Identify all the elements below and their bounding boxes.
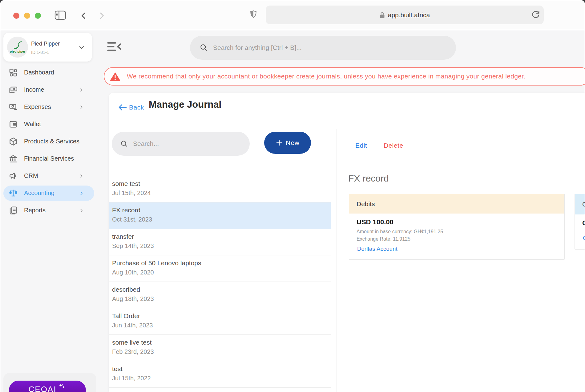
journal-item-title: described [112,286,331,293]
journal-item-date: Sep 14th, 2023 [112,242,331,250]
journal-item-title: some live test [112,339,331,346]
sidebar-item-label: Accounting [24,190,54,197]
minimize-window-button[interactable] [24,13,30,19]
journal-item-date: Jul 15th, 2024 [112,190,331,197]
journal-list-item[interactable]: some live test Feb 23rd, 2023 [109,335,331,361]
global-search[interactable] [190,36,456,60]
browser-chrome: app.built.africa [0,0,585,30]
sidebar-item-reports[interactable]: Reports [0,202,96,219]
journal-list-item[interactable]: transfer Sep 14th, 2023 [109,229,331,255]
sidebar-item-label: Expenses [24,103,51,110]
workspace-id: ID:1-81-1 [31,50,49,55]
journal-item-title: some test [112,180,331,187]
debit-base-amount: Amount in base currency: GH¢1,191.25 [357,229,557,234]
expenses-icon [9,102,18,113]
maximize-window-button[interactable] [35,13,41,19]
journal-list-item[interactable]: described Aug 18th, 2023 [109,282,331,308]
chevron-right-icon [79,191,84,196]
sidebar-item-label: Financial Services [24,155,74,162]
debit-exchange-rate: Exchange Rate: 11.9125 [357,236,557,242]
search-icon [120,140,128,148]
wallet-icon [9,120,18,130]
journal-item-date: Aug 10th, 2020 [112,269,331,276]
journal-item-title: Tall Order [112,312,331,320]
arrow-left-icon [118,104,127,111]
back-label: Back [129,104,144,111]
delete-button[interactable]: Delete [384,142,403,149]
workspace-avatar: pied piper [7,37,28,58]
journal-item-date: Jul 15th, 2022 [112,375,331,382]
page-title: Manage Journal [149,99,221,110]
ceoai-label: CEOAI [29,385,57,392]
new-journal-button[interactable]: New [264,132,311,154]
plus-icon [276,139,283,146]
reload-icon[interactable] [531,10,541,20]
sidebar-item-dashboard[interactable]: Dashboard [0,64,96,81]
dashboard-icon [9,68,18,78]
sidebar-nav: Dashboard Income Expenses Wallet Product [0,64,96,219]
journal-search-input[interactable] [132,140,250,148]
products-icon [9,137,18,147]
url-bar[interactable]: app.built.africa [266,6,544,24]
chevron-right-icon [79,208,84,213]
debit-amount: USD 100.00 [357,218,557,226]
credit-account-link[interactable]: C [583,235,585,242]
chevron-right-icon [79,105,84,110]
journal-list-item[interactable]: Purchase of 50 Lenovo laptops Aug 10th, … [109,255,331,282]
sidebar-item-products-services[interactable]: Products & Services [0,133,96,150]
journal-item-date: Feb 23rd, 2023 [112,348,331,355]
credit-amount: G [582,219,585,227]
sidebar-item-wallet[interactable]: Wallet [0,116,96,133]
global-search-input[interactable] [212,44,456,52]
manage-journal-panel: Back Manage Journal New some test Jul 15… [109,93,585,392]
income-icon [9,85,18,96]
back-icon[interactable] [80,12,88,20]
debits-card: Debits USD 100.00 Amount in base currenc… [349,194,565,260]
journal-item-title: transfer [112,233,331,240]
column-divider [337,129,337,392]
pied-piper-logo-icon [12,41,23,50]
sidebar-item-label: CRM [24,172,38,179]
sidebar-item-accounting[interactable]: Accounting [0,185,96,202]
record-title: FX record [348,173,389,184]
journal-search[interactable] [112,132,250,156]
journal-item-date: Oct 31st, 2023 [112,216,331,223]
sidebar-item-income[interactable]: Income [0,81,96,98]
sidebar-toggle-icon[interactable] [54,10,66,20]
sparkles-icon [58,383,66,391]
lock-icon [380,12,385,18]
journal-item-date: Aug 18th, 2023 [112,295,331,302]
chevron-right-icon [79,174,84,178]
sidebar-item-label: Dashboard [24,69,54,76]
journal-list-item[interactable]: Tall Order Jun 14th, 2023 [109,308,331,335]
sidebar-item-financial-services[interactable]: Financial Services [0,150,96,167]
sidebar-item-expenses[interactable]: Expenses [0,98,96,116]
journal-list-item[interactable]: some test Jul 15th, 2024 [109,176,331,202]
chevron-right-icon [79,88,84,92]
close-window-button[interactable] [13,13,19,19]
privacy-shield-icon[interactable] [249,10,258,20]
workspace-name: Pied Pipper [31,41,60,47]
journal-list-item[interactable]: test Jul 15th, 2022 [109,361,331,388]
ceoai-button[interactable]: CEOAI [9,381,86,392]
journal-item-title: test [112,365,331,373]
workspace-switcher[interactable]: pied piper Pied Pipper ID:1-81-1 [3,33,92,62]
browser-window: app.built.africa We recommend that only … [0,0,585,392]
warning-icon [110,72,120,81]
journal-list-item[interactable]: FX record Oct 31st, 2023 [109,202,331,229]
back-button[interactable]: Back [118,104,144,111]
sidebar-item-label: Wallet [24,121,41,128]
sidebar-item-crm[interactable]: CRM [0,167,96,185]
detail-divider [341,161,585,161]
journal-item-title: Purchase of 50 Lenovo laptops [112,259,331,267]
search-icon [200,44,208,52]
edit-button[interactable]: Edit [355,142,367,149]
chevron-down-icon[interactable] [78,44,85,51]
debit-account-link[interactable]: Dorllas Account [357,246,397,252]
forward-icon[interactable] [98,12,106,20]
new-journal-label: New [286,139,300,146]
credits-header: Credits [575,194,585,214]
ceoai-panel: CEOAI [3,373,96,392]
collapse-sidebar-icon[interactable] [107,41,122,53]
journal-item-date: Jun 14th, 2023 [112,322,331,329]
